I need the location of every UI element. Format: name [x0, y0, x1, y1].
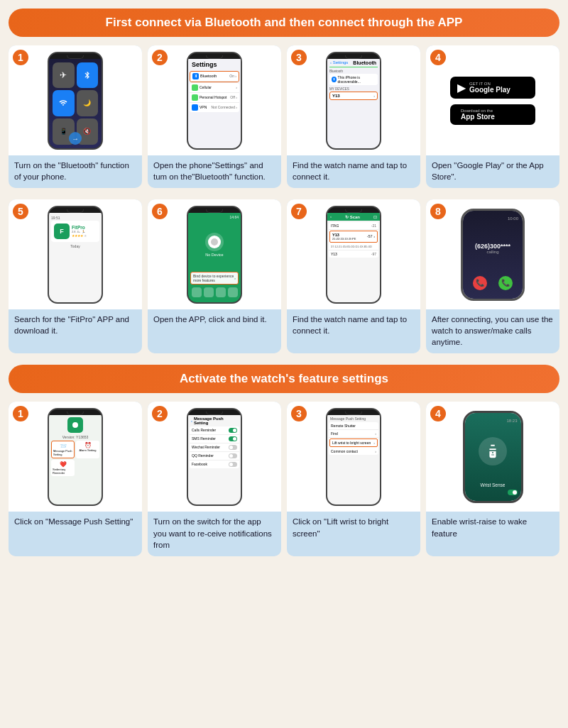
step-5-number: 5 [13, 204, 28, 219]
section1-title: First connect via Bluetooth and then con… [106, 16, 463, 29]
s2-step-3-desc: Click on "Lift wrist to bright screen" [287, 512, 420, 556]
google-play-button[interactable]: ▶ GET IT ON Google Play [450, 77, 535, 99]
watch-calling: 10:00 (626)300**** calling 📞 📞 [461, 209, 525, 301]
s2-step-1-desc: Click on "Message Push Setting" [9, 512, 142, 556]
step-5-image: 5 19:51 F FitPro 2.8 4+ [9, 199, 142, 309]
step-6-card: 6 14:64 No Device [148, 199, 281, 353]
section2-title: Activate the watch's feature settings [180, 372, 388, 385]
phone-s2-step3: Message Push Setting Remote Shutter Find… [326, 408, 381, 506]
step-4-desc: Open "Google Play" or the App Store". [426, 155, 559, 188]
phone-step3: ‹ Settings Bluetooth Bluetooth This iPho… [326, 52, 381, 150]
step-2-desc: Open the phone"Settings" and tum on the"… [148, 155, 281, 188]
step-4-number: 4 [430, 50, 446, 65]
s2-step-1-image: 1 Version: Y13653 [9, 402, 142, 512]
s2-step-1-card: 1 Version: Y13653 [9, 402, 142, 556]
step-8-image: 8 10:00 (626)300**** calling 📞 📞 [426, 199, 559, 309]
section1-steps-row2: 5 19:51 F FitPro 2.8 4+ [9, 199, 559, 353]
phone-s2-step2: ‹ Message Push Setting Calls Reminder SM… [187, 408, 242, 506]
phone-s2-step1: Version: Y13653 📨 Message Push Setting ⏰… [48, 408, 103, 506]
phone-step5: 19:51 F FitPro 2.8 4+ 🏃 [48, 206, 103, 304]
step-8-desc: After connecting, you can use the watch … [426, 309, 559, 353]
section1-steps-grid: 1 ✈ 🌙 📱 🔇 [9, 45, 559, 188]
s2-step-4-image: 4 18:23 Wrist Sense [426, 402, 559, 512]
section2-header: Activate the watch's feature settings [9, 365, 559, 393]
step-4-image: 4 ▶ GET IT ON Google Play Download on th… [426, 45, 559, 155]
step-8-number: 8 [430, 204, 446, 219]
step-5-card: 5 19:51 F FitPro 2.8 4+ [9, 199, 142, 353]
step-3-image: 3 ‹ Settings Bluetooth Bluetooth [287, 45, 420, 155]
step-7-card: 7 ‹ ↻ Scan ⊡ ITAG -21 [287, 199, 420, 353]
step-2-image: 2 Settings Bluetooth On › [148, 45, 281, 155]
step-8-card: 8 10:00 (626)300**** calling 📞 📞 After c… [426, 199, 559, 353]
step-1-desc: Turn on the "Bluetooth" function of your… [9, 155, 142, 188]
s2-step-3-number: 3 [291, 406, 307, 421]
step-1-card: 1 ✈ 🌙 📱 🔇 [9, 45, 142, 188]
step-6-desc: Open the APP, click and bind it. [148, 309, 281, 353]
step-2-card: 2 Settings Bluetooth On › [148, 45, 281, 188]
section2: Activate the watch's feature settings 1 [9, 365, 559, 556]
s2-step-2-image: 2 ‹ Message Push Setting Calls Reminder [148, 402, 281, 512]
step-7-image: 7 ‹ ↻ Scan ⊡ ITAG -21 [287, 199, 420, 309]
step-3-number: 3 [291, 50, 307, 65]
s2-step-4-card: 4 18:23 Wrist Sense [426, 402, 559, 556]
s2-step-2-desc: Turn on the switch for the app you want … [148, 512, 281, 556]
step-6-image: 6 14:64 No Device [148, 199, 281, 309]
watch-wrist-raise: 18:23 Wrist Sense [463, 411, 523, 503]
step-2-number: 2 [152, 50, 168, 65]
step-6-number: 6 [152, 204, 168, 219]
step-5-desc: Search for the "FitPro" APP and download… [9, 309, 142, 353]
step-1-image: 1 ✈ 🌙 📱 🔇 [9, 45, 142, 155]
step-4-card: 4 ▶ GET IT ON Google Play Download on th… [426, 45, 559, 188]
step-7-number: 7 [291, 204, 307, 219]
s2-step-2-number: 2 [152, 406, 168, 421]
section2-steps-grid: 1 Version: Y13653 [9, 402, 559, 556]
s2-step-4-number: 4 [430, 406, 446, 421]
phone-step7: ‹ ↻ Scan ⊡ ITAG -21 [326, 206, 381, 304]
step-3-desc: Find the watch name and tap to connect i… [287, 155, 420, 188]
s2-step-1-number: 1 [13, 406, 28, 421]
s2-step-4-desc: Enable wrist-raise to wake feature [426, 512, 559, 556]
step-3-card: 3 ‹ Settings Bluetooth Bluetooth [287, 45, 420, 188]
app-store-button[interactable]: Download on the App Store [450, 104, 535, 125]
phone-step2: Settings Bluetooth On › [187, 52, 242, 150]
app-store-buttons: ▶ GET IT ON Google Play Download on the … [426, 45, 559, 155]
section1-header: First connect via Bluetooth and then con… [9, 9, 559, 37]
s2-step-3-image: 3 Message Push Setting Remote Shutter Fi… [287, 402, 420, 512]
s2-step-3-card: 3 Message Push Setting Remote Shutter Fi… [287, 402, 420, 556]
phone-step6: 14:64 No Device Bind device to experienc… [187, 206, 242, 304]
step-7-desc: Find the watch name and tap to connect i… [287, 309, 420, 353]
s2-step-2-card: 2 ‹ Message Push Setting Calls Reminder [148, 402, 281, 556]
step-1-number: 1 [13, 50, 28, 65]
